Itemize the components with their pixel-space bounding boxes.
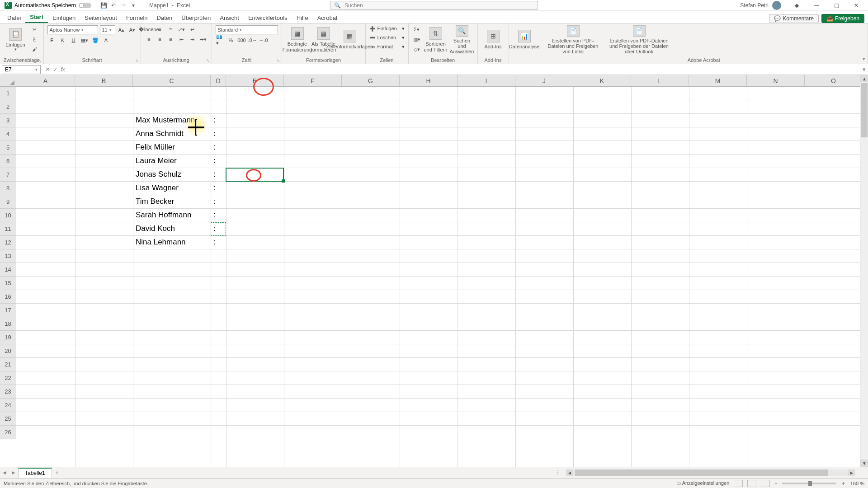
column-header[interactable]: J xyxy=(515,75,573,86)
cell-value[interactable]: Tim Becker xyxy=(134,195,174,206)
diamond-icon[interactable]: ◆ xyxy=(787,2,807,9)
align-right-icon[interactable]: ≡ xyxy=(166,35,175,43)
minimize-button[interactable]: — xyxy=(807,2,826,9)
align-top-icon[interactable]: �începe xyxy=(145,25,154,33)
row-header[interactable]: 11 xyxy=(0,222,16,236)
row-header[interactable]: 6 xyxy=(0,155,16,168)
increase-font-icon[interactable]: A▴ xyxy=(117,26,126,34)
find-select-button[interactable]: 🔍Suchen und Auswählen xyxy=(450,25,474,54)
search-input[interactable]: 🔍 Suchen xyxy=(330,1,538,10)
column-header[interactable]: D xyxy=(211,75,226,86)
currency-icon[interactable]: 💶▾ xyxy=(216,36,225,44)
hscroll-thumb[interactable] xyxy=(575,469,828,476)
tab-formulas[interactable]: Formeln xyxy=(122,13,152,23)
fx-icon[interactable]: fx xyxy=(61,66,65,73)
cell-value[interactable]: : xyxy=(212,168,216,179)
row-header[interactable]: 4 xyxy=(0,127,16,141)
cell-value[interactable]: Laura Meier xyxy=(134,155,177,165)
cell-value[interactable]: Anna Schmidt xyxy=(134,127,184,138)
tab-view[interactable]: Ansicht xyxy=(215,13,244,23)
sheet-nav-prev-icon[interactable]: ◄ xyxy=(0,469,9,476)
cell-value[interactable]: Sarah Hoffmann xyxy=(134,209,191,220)
row-header[interactable]: 17 xyxy=(0,304,16,317)
zoom-level[interactable]: 160 % xyxy=(850,481,864,486)
tab-data[interactable]: Daten xyxy=(152,13,177,23)
cell-value[interactable]: : xyxy=(212,114,216,125)
conditional-formatting-button[interactable]: ▦Bedingte Formatierung xyxy=(286,25,309,54)
addins-button[interactable]: ⊞Add-Ins xyxy=(481,25,505,54)
borders-icon[interactable]: ▦▾ xyxy=(80,36,89,44)
increase-decimal-icon[interactable]: .0→ xyxy=(248,36,257,44)
indent-decrease-icon[interactable]: ⇤ xyxy=(177,35,186,43)
normal-view-icon[interactable] xyxy=(734,480,743,487)
zoom-slider[interactable] xyxy=(782,483,836,484)
vscroll-thumb[interactable] xyxy=(861,83,868,137)
column-header[interactable]: F xyxy=(284,75,342,86)
maximize-button[interactable]: ▢ xyxy=(826,2,846,9)
row-header[interactable]: 3 xyxy=(0,114,16,127)
tab-insert[interactable]: Einfügen xyxy=(48,13,80,23)
row-header[interactable]: 22 xyxy=(0,371,16,385)
share-button[interactable]: 📤 Freigeben xyxy=(821,14,864,23)
underline-icon[interactable]: U xyxy=(69,36,78,44)
acrobat-create-outlook-button[interactable]: 📄Erstellen von PDF-Dateien und Freigeben… xyxy=(605,25,673,54)
row-header[interactable]: 10 xyxy=(0,209,16,222)
enter-formula-icon[interactable]: ✓ xyxy=(53,66,58,73)
align-middle-icon[interactable]: ≡ xyxy=(156,25,165,33)
expand-formula-bar-icon[interactable]: ▾ xyxy=(860,66,868,73)
data-analysis-button[interactable]: 📊Datenanalyse xyxy=(513,25,536,54)
row-header[interactable]: 15 xyxy=(0,277,16,290)
row-header[interactable]: 16 xyxy=(0,290,16,304)
sheet-nav-next-icon[interactable]: ► xyxy=(9,469,18,476)
copy-icon[interactable]: ⎘ xyxy=(30,35,39,43)
scroll-up-icon[interactable]: ▲ xyxy=(860,75,868,82)
cell-value[interactable]: : xyxy=(212,236,216,247)
orientation-icon[interactable]: ⤢▾ xyxy=(177,25,186,33)
row-header[interactable]: 21 xyxy=(0,358,16,371)
tab-help[interactable]: Hilfe xyxy=(292,13,313,23)
percent-icon[interactable]: % xyxy=(226,36,236,44)
align-left-icon[interactable]: ≡ xyxy=(145,35,154,43)
font-size-combo[interactable]: 11▾ xyxy=(100,25,115,34)
column-header[interactable]: I xyxy=(458,75,515,86)
zoom-in-icon[interactable]: ＋ xyxy=(841,480,846,487)
close-button[interactable]: ✕ xyxy=(846,2,866,9)
cell-value[interactable]: : xyxy=(212,209,216,220)
cells-format-button[interactable]: ▭Format▾ xyxy=(369,43,405,50)
column-header[interactable]: O xyxy=(805,75,863,86)
row-header[interactable]: 26 xyxy=(0,426,16,439)
clear-icon[interactable]: ◇▾ xyxy=(412,45,421,53)
page-break-view-icon[interactable] xyxy=(761,480,770,487)
undo-icon[interactable]: ↶ xyxy=(108,2,118,9)
row-header[interactable]: 9 xyxy=(0,195,16,209)
number-format-combo[interactable]: Standard▾ xyxy=(216,25,278,34)
fill-color-icon[interactable]: 🪣 xyxy=(91,36,100,44)
row-header[interactable]: 8 xyxy=(0,182,16,195)
autosave-switch[interactable] xyxy=(79,3,91,8)
row-header[interactable]: 24 xyxy=(0,399,16,412)
row-header[interactable]: 5 xyxy=(0,141,16,155)
user-name[interactable]: Stefan Petri xyxy=(740,2,769,9)
sheet-tab[interactable]: Tabelle1 xyxy=(18,468,52,478)
row-header[interactable]: 13 xyxy=(0,249,16,263)
formula-input[interactable] xyxy=(68,65,860,74)
tab-home[interactable]: Start xyxy=(25,12,48,23)
tab-devtools[interactable]: Entwicklertools xyxy=(244,13,292,23)
scroll-right-icon[interactable]: ► xyxy=(848,469,855,476)
column-header[interactable]: B xyxy=(75,75,133,86)
align-bottom-icon[interactable]: ≣ xyxy=(166,25,175,33)
horizontal-scrollbar[interactable]: ◄ ► xyxy=(566,469,855,476)
paste-button[interactable]: 📋 Einfügen▾ xyxy=(4,25,27,54)
avatar[interactable] xyxy=(772,1,781,10)
vertical-scrollbar[interactable]: ▲ ▼ xyxy=(860,75,868,467)
tab-file[interactable]: Datei xyxy=(3,13,25,23)
sort-filter-button[interactable]: ⇅Sortieren und Filtern xyxy=(424,25,448,54)
scroll-down-icon[interactable]: ▼ xyxy=(860,460,868,467)
row-header[interactable]: 18 xyxy=(0,317,16,331)
cells-delete-button[interactable]: ➖Löschen▾ xyxy=(369,34,405,41)
cell-value[interactable]: David Koch xyxy=(134,222,175,233)
name-box[interactable]: E7▾ xyxy=(2,65,41,74)
row-header[interactable]: 2 xyxy=(0,100,16,114)
column-header[interactable]: L xyxy=(631,75,689,86)
display-settings-button[interactable]: ▭ Anzeigeeinstellungen xyxy=(676,480,729,486)
